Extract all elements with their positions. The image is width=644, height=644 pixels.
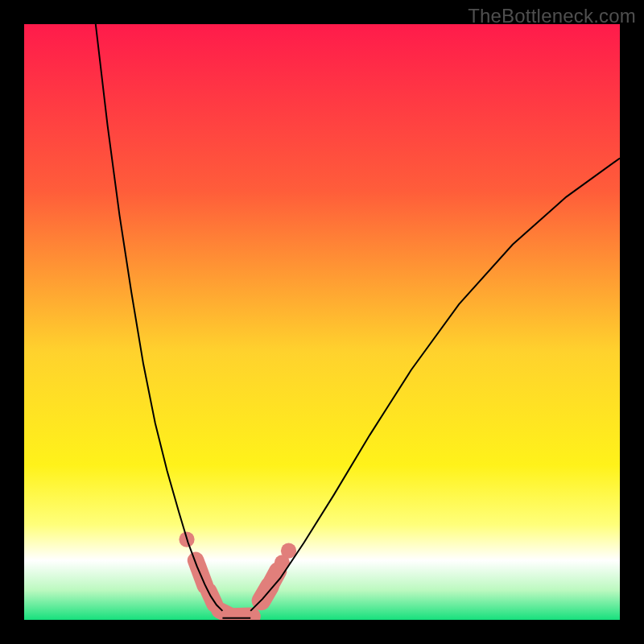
marker-capsule [233, 617, 252, 617]
chart-frame: TheBottleneck.com [0, 0, 644, 644]
chart-svg [24, 24, 620, 620]
heat-background [24, 24, 620, 620]
marker-capsule [270, 571, 278, 586]
plot-area [24, 24, 620, 620]
